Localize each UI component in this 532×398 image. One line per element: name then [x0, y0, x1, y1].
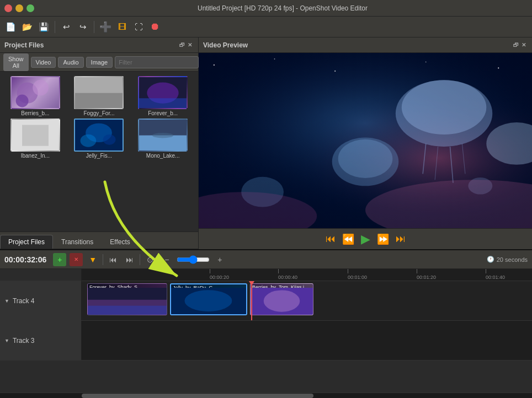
svg-point-33 — [338, 139, 393, 178]
playback-controls: ⏮ ⏪ ▶ ⏩ ⏭ — [199, 228, 532, 249]
horizontal-scrollbar[interactable] — [0, 392, 532, 398]
vp-restore-btn[interactable]: 🗗 — [512, 41, 520, 49]
svg-point-2 — [15, 95, 28, 107]
clip-forever[interactable]: Forever_by_Shady_S... — [87, 283, 167, 315]
thumbnails-grid: Berries_b... Foggy_For... — [0, 72, 198, 232]
jump-end-button[interactable]: ⏭ — [396, 233, 406, 245]
time-display: 00:00:32:06 — [4, 255, 46, 264]
titlebar: Untitled Project [HD 720p 24 fps] - Open… — [0, 0, 532, 17]
video-preview-area — [199, 53, 532, 228]
clip-berries-thumb — [251, 288, 313, 315]
svg-point-44 — [264, 290, 300, 311]
thumb-label-mono: Mono_Lake... — [138, 153, 188, 159]
zoom-minus-button[interactable]: − — [160, 253, 173, 266]
left-panel: Project Files 🗗 ✕ Show All Video Audio I… — [0, 37, 199, 249]
thumbnail-ibanez[interactable]: Ibanez_In... — [4, 119, 66, 159]
add-track-button[interactable]: + — [53, 253, 66, 266]
svg-point-22 — [334, 71, 336, 72]
clip-berries[interactable]: Berries_by_Tom_Kijas.j... — [250, 283, 313, 315]
filter-video-button[interactable]: Video — [31, 57, 56, 68]
timeline-ruler[interactable]: 00:00:20 00:00:40 00:01:00 00:01:20 00:0… — [82, 269, 532, 281]
fullscreen-button[interactable]: ⛶ — [131, 20, 146, 34]
zoom-plus-button[interactable]: + — [213, 253, 226, 266]
open-button[interactable]: 📂 — [20, 20, 34, 34]
rewind-button[interactable]: ⏪ — [342, 233, 354, 245]
tl-jump-start-button[interactable]: ⏮ — [107, 253, 120, 266]
maximize-button[interactable] — [26, 4, 34, 12]
svg-rect-7 — [139, 98, 187, 109]
clip-jelly[interactable]: Jelly_by_RaDu_G... — [170, 283, 247, 315]
project-files-title: Project Files — [4, 41, 178, 49]
ruler-label-40: 00:00:40 — [278, 275, 297, 280]
thumb-img-mono — [138, 119, 188, 152]
pf-close-btn[interactable]: ✕ — [186, 41, 194, 49]
svg-point-21 — [274, 58, 275, 60]
filter-bar: Show All Video Audio Image 🔍 — [0, 53, 198, 72]
arrow-tool-button[interactable]: ▼ — [86, 253, 99, 266]
tabs-bar: Project Files Transitions Effects — [0, 232, 198, 249]
toolbar-separator-2 — [94, 21, 94, 33]
fast-forward-button[interactable]: ⏩ — [377, 233, 389, 245]
thumbnail-mono[interactable]: Mono_Lake... — [132, 119, 194, 159]
thumb-img-berries — [10, 76, 60, 109]
jump-start-button[interactable]: ⏮ — [326, 233, 336, 245]
right-panel: Video Preview 🗗 ✕ — [199, 37, 532, 249]
svg-point-26 — [402, 80, 487, 135]
import-button[interactable]: ➕ — [98, 20, 113, 34]
track-3-content[interactable] — [82, 321, 532, 360]
redo-button[interactable]: ↪ — [76, 20, 90, 34]
thumb-label-jelly: Jelly_Fis... — [74, 153, 124, 159]
clip-forever-label: Forever_by_Shady_S... — [88, 284, 167, 288]
thumb-img-forever — [138, 76, 188, 109]
thumb-label-berries: Berries_b... — [10, 110, 60, 116]
filter-all-button[interactable]: Show All — [3, 53, 29, 71]
track-4-content[interactable]: Forever_by_Shady_S... Jelly_by_RaDu_G... — [82, 281, 532, 320]
record-button[interactable]: ⏺ — [148, 20, 162, 34]
tab-project-files[interactable]: Project Files — [0, 235, 53, 249]
ruler-line — [348, 269, 348, 273]
svg-point-1 — [33, 80, 49, 96]
thumbnail-forever[interactable]: Forever_b... — [132, 76, 194, 116]
thumb-img-jelly — [74, 119, 124, 152]
zoom-slider[interactable] — [177, 255, 210, 264]
remove-track-button[interactable]: ✕ — [70, 253, 83, 266]
filter-input[interactable] — [115, 56, 199, 68]
center-playhead-button[interactable]: ⊙ — [143, 253, 157, 266]
pf-restore-btn[interactable]: 🗗 — [178, 41, 186, 49]
scroll-thumb[interactable] — [82, 394, 313, 398]
new-button[interactable]: 📄 — [3, 20, 18, 34]
ruler-line — [210, 269, 210, 273]
filter-image-button[interactable]: Image — [86, 57, 113, 68]
close-button[interactable] — [4, 4, 12, 12]
ruler-mark-20: 00:00:20 — [209, 269, 229, 281]
zoom-label: 20 seconds — [497, 256, 528, 263]
track-4-toggle[interactable]: ▼ — [4, 298, 9, 304]
svg-rect-9 — [22, 125, 49, 146]
tab-transitions[interactable]: Transitions — [53, 235, 102, 249]
thumbnail-foggy[interactable]: Foggy_For... — [68, 76, 130, 116]
track-4-header: ▼ Track 4 — [0, 281, 82, 320]
ruler-row: 00:00:20 00:00:40 00:01:00 00:01:20 00:0… — [0, 269, 532, 281]
export-video-button[interactable]: 🎞 — [115, 20, 129, 34]
track-3-header: ▼ Track 3 — [0, 321, 82, 360]
save-button[interactable]: 💾 — [36, 20, 51, 34]
track-4-label: Track 4 — [13, 297, 35, 305]
vp-close-btn[interactable]: ✕ — [520, 41, 528, 49]
filter-audio-button[interactable]: Audio — [58, 57, 83, 68]
thumb-label-foggy: Foggy_For... — [74, 110, 124, 116]
thumbnail-berries[interactable]: Berries_b... — [4, 76, 66, 116]
clip-forever-thumb — [88, 288, 167, 315]
tab-effects[interactable]: Effects — [102, 235, 138, 249]
project-files-header: Project Files 🗗 ✕ — [0, 37, 198, 53]
ruler-line — [278, 269, 279, 273]
ruler-mark-140: 00:01:40 — [485, 269, 505, 281]
undo-button[interactable]: ↩ — [59, 20, 73, 34]
track-3-toggle[interactable]: ▼ — [4, 338, 9, 343]
thumb-label-ibanez: Ibanez_In... — [10, 153, 60, 159]
thumbnail-jelly[interactable]: Jelly_Fis... — [68, 119, 130, 159]
minimize-button[interactable] — [15, 4, 23, 12]
tl-separator-2 — [140, 254, 140, 265]
play-button[interactable]: ▶ — [361, 232, 370, 246]
tl-jump-end-button[interactable]: ⏭ — [123, 253, 136, 266]
svg-point-16 — [152, 133, 173, 138]
